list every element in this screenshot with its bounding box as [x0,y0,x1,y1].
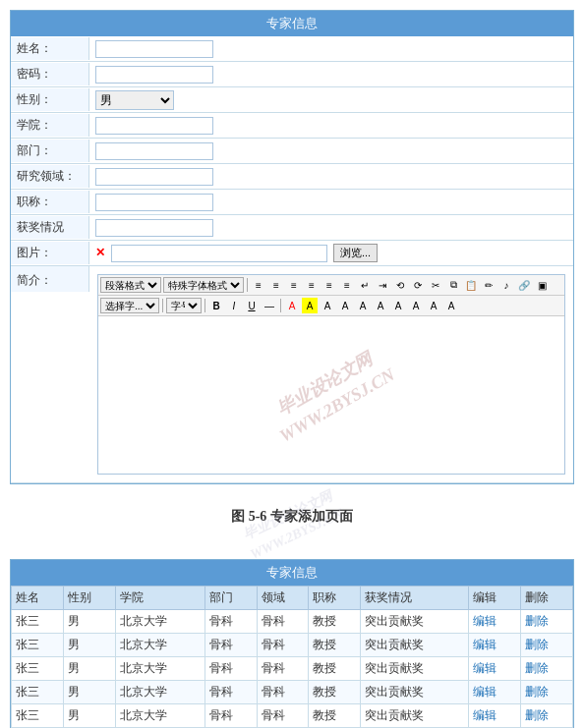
table-row: 张三男北京大学骨科骨科教授突出贡献奖编辑删除 [12,657,573,681]
text-style-8[interactable]: A [443,298,459,313]
input-research[interactable] [95,168,213,186]
col-header-delete: 删除 [521,587,573,610]
table-cell: 突出贡献奖 [361,610,469,634]
edit-btn[interactable]: ✏ [481,277,496,293]
list-unordered-btn[interactable]: ≡ [321,277,337,293]
editor-body[interactable] [98,316,564,395]
text-style-6[interactable]: A [408,298,424,313]
outdent-btn[interactable]: ⇥ [375,277,390,293]
delete-action-link[interactable]: 删除 [525,614,549,628]
edit-link[interactable]: 编辑 [469,681,521,704]
paste-btn[interactable]: 📋 [463,277,479,293]
input-award[interactable] [95,219,213,237]
select-gender[interactable]: 男 女 [95,90,174,110]
delete-action-link[interactable]: 删除 [525,661,549,675]
text-style-4[interactable]: A [373,298,388,313]
table-cell: 北京大学 [115,634,204,657]
text-style-2[interactable]: A [337,298,353,313]
delete-link[interactable]: 删除 [521,681,573,704]
delete-link[interactable]: 删除 [521,657,573,681]
align-left-btn[interactable]: ≡ [251,277,266,293]
table-body: 张三男北京大学骨科骨科教授突出贡献奖编辑删除张三男北京大学骨科骨科教授突出贡献奖… [12,610,573,729]
delete-link[interactable]: 删除 [521,610,573,634]
table-cell: 张三 [12,681,64,704]
value-college [89,115,573,137]
input-password[interactable] [95,66,213,84]
label-password: 密码： [11,63,89,85]
browse-button[interactable]: 浏览... [333,244,378,262]
copy-btn[interactable]: ⧉ [445,277,461,293]
table-cell: 骨科 [257,634,309,657]
special-font-select[interactable]: 特殊字体格式 [163,277,244,293]
col-header-dept: 部门 [204,587,257,610]
form-row-name: 姓名： [11,36,573,62]
image-btn[interactable]: ▣ [534,277,550,293]
paragraph-format-select[interactable]: 段落格式 [100,277,161,293]
edit-action-link[interactable]: 编辑 [473,614,496,628]
delete-link[interactable]: 删除 [521,634,573,657]
input-college[interactable] [95,117,213,135]
edit-action-link[interactable]: 编辑 [473,661,496,675]
strikethrough-btn[interactable]: — [262,298,277,313]
undo-btn[interactable]: ⟲ [392,277,408,293]
font-family-select[interactable]: 选择字... [100,298,159,313]
font-color-btn[interactable]: A [284,298,300,313]
media-btn[interactable]: ♪ [498,277,514,293]
form-row-department: 部门： [11,139,573,164]
table-cell: 骨科 [257,704,309,728]
cut-btn[interactable]: ✂ [428,277,443,293]
table-cell: 突出贡献奖 [361,681,469,704]
table-cell: 教授 [309,634,361,657]
value-password [89,64,573,85]
delete-action-link[interactable]: 删除 [525,685,549,699]
table-cell: 突出贡献奖 [361,634,469,657]
table-cell: 张三 [12,704,64,728]
italic-btn[interactable]: I [226,298,242,313]
text-style-7[interactable]: A [426,298,441,313]
table-cell: 教授 [309,610,361,634]
indent-btn[interactable]: ↵ [357,277,373,293]
delete-action-link[interactable]: 删除 [525,708,549,722]
label-award: 获奖情况 [11,216,89,239]
input-title[interactable] [95,194,213,211]
highlight-btn[interactable]: A [302,298,318,313]
edit-link[interactable]: 编辑 [469,704,521,728]
file-remove-icon[interactable]: ✕ [95,246,105,260]
underline-btn[interactable]: U [244,298,260,313]
text-style-3[interactable]: A [355,298,371,313]
input-name[interactable] [95,40,213,58]
font-size-select[interactable]: 字号 [166,298,202,313]
table-cell: 北京大学 [115,681,204,704]
edit-link[interactable]: 编辑 [469,657,521,681]
table-cell: 骨科 [257,610,309,634]
form-row-password: 密码： [11,62,573,87]
edit-action-link[interactable]: 编辑 [473,638,496,651]
delete-action-link[interactable]: 删除 [525,638,549,651]
edit-action-link[interactable]: 编辑 [473,708,496,722]
edit-action-link[interactable]: 编辑 [473,685,496,699]
table-cell: 骨科 [204,681,257,704]
align-center-btn[interactable]: ≡ [268,277,284,293]
table-cell: 男 [63,681,115,704]
list-ordered-btn[interactable]: ≡ [339,277,355,293]
label-photo: 图片： [11,242,89,264]
align-right-btn[interactable]: ≡ [286,277,302,293]
align-justify-btn[interactable]: ≡ [304,277,320,293]
redo-btn[interactable]: ⟳ [410,277,426,293]
link-btn[interactable]: 🔗 [516,277,532,293]
table-cell: 男 [63,634,115,657]
bold-btn[interactable]: B [208,298,224,313]
label-intro: 简介： [11,266,89,292]
edit-link[interactable]: 编辑 [469,634,521,657]
edit-link[interactable]: 编辑 [469,610,521,634]
value-name [89,38,573,60]
input-department[interactable] [95,142,213,160]
expert-table-section: 专家信息 姓名 性别 学院 部门 领域 职称 获奖情况 编辑 删除 张三男北京大… [10,559,574,728]
editor-toolbar-1: 段落格式 特殊字体格式 ≡ ≡ ≡ ≡ ≡ ≡ ↵ ⇥ ⟲ ⟳ ✂ [98,275,564,296]
text-style-5[interactable]: A [390,298,406,313]
table-row: 张三男北京大学骨科骨科教授突出贡献奖编辑删除 [12,610,573,634]
text-style-1[interactable]: A [320,298,335,313]
table-cell: 北京大学 [115,610,204,634]
delete-link[interactable]: 删除 [521,704,573,728]
label-department: 部门： [11,140,89,162]
